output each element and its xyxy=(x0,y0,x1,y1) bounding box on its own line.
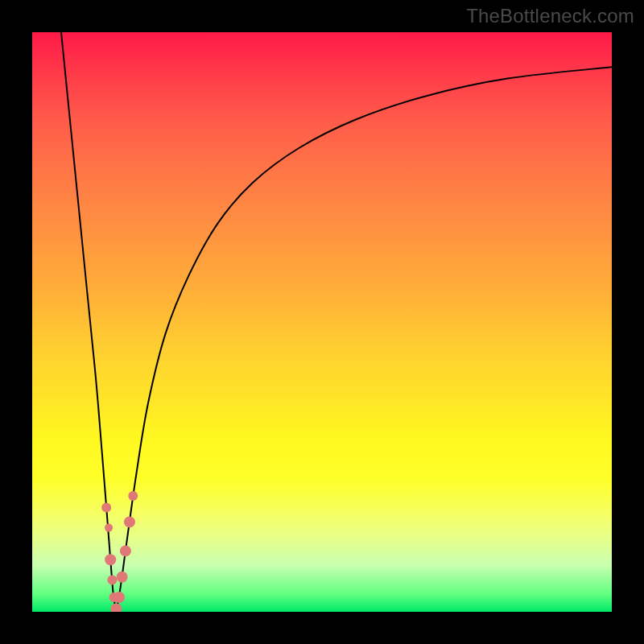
data-marker xyxy=(110,603,122,612)
data-marker xyxy=(105,554,116,565)
data-marker xyxy=(128,491,138,501)
marker-group xyxy=(101,491,138,612)
chart-frame: TheBottleneck.com xyxy=(0,0,644,644)
curve-right-branch xyxy=(116,67,612,612)
plot-area xyxy=(32,32,612,612)
data-marker xyxy=(120,545,131,556)
curve-group xyxy=(61,32,612,612)
data-marker xyxy=(105,524,113,532)
data-marker xyxy=(101,502,111,512)
data-marker xyxy=(107,575,117,584)
watermark-text: TheBottleneck.com xyxy=(466,5,634,27)
data-marker xyxy=(114,592,125,603)
data-marker xyxy=(124,516,135,527)
data-marker xyxy=(117,572,128,583)
curve-layer xyxy=(32,32,612,612)
